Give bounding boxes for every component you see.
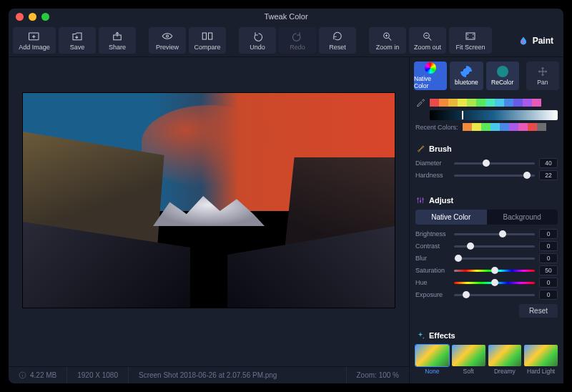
- blur-value[interactable]: 0: [539, 253, 558, 263]
- color-palette: [430, 99, 541, 107]
- contrast-value[interactable]: 0: [539, 241, 558, 251]
- brightness-value[interactable]: 0: [539, 229, 558, 239]
- palette-swatch[interactable]: [513, 99, 523, 107]
- share-button[interactable]: Share: [99, 27, 136, 54]
- paint-title-text: Paint: [533, 36, 553, 46]
- adjust-icon: [415, 195, 425, 205]
- exposure-slider[interactable]: [454, 294, 535, 296]
- redo-button[interactable]: Redo: [279, 27, 316, 54]
- paint-panel-title: Paint: [518, 36, 553, 46]
- adjust-tabs: Native Color Background: [415, 210, 558, 225]
- add-image-label: Add Image: [19, 44, 50, 51]
- recent-swatch[interactable]: [472, 123, 481, 131]
- effect-none[interactable]: None: [415, 345, 449, 375]
- share-label: Share: [109, 44, 126, 51]
- recent-swatch[interactable]: [481, 123, 490, 131]
- zoom-in-button[interactable]: Zoom in: [369, 27, 406, 54]
- palette-swatch[interactable]: [485, 99, 495, 107]
- svg-rect-3: [202, 33, 206, 39]
- tab-background[interactable]: Background: [487, 210, 558, 225]
- recent-swatch[interactable]: [518, 123, 528, 131]
- blur-slider[interactable]: [454, 258, 535, 260]
- close-window-button[interactable]: [16, 13, 24, 21]
- mode-recolor[interactable]: ReColor: [486, 62, 519, 90]
- palette-swatch[interactable]: [439, 99, 448, 107]
- palette-swatch[interactable]: [495, 99, 504, 107]
- shade-gradient-slider[interactable]: [430, 110, 558, 120]
- info-icon: [19, 371, 26, 379]
- mode-pan[interactable]: Pan: [526, 62, 559, 90]
- tab-native-color[interactable]: Native Color: [415, 210, 487, 225]
- brightness-slider[interactable]: [454, 233, 535, 235]
- fit-screen-label: Fit Screen: [455, 44, 485, 51]
- zoom-out-label: Zoom out: [414, 44, 441, 51]
- saturation-slider[interactable]: [454, 270, 535, 272]
- recent-colors-label: Recent Colors:: [415, 124, 458, 131]
- image-canvas[interactable]: [23, 93, 395, 308]
- recent-swatch[interactable]: [500, 123, 509, 131]
- svg-point-12: [422, 199, 423, 200]
- palette-swatch[interactable]: [504, 99, 513, 107]
- pan-icon: [537, 66, 548, 77]
- bluetone-icon: [460, 66, 472, 77]
- fit-screen-button[interactable]: Fit Screen: [449, 27, 492, 54]
- undo-icon: [251, 31, 264, 42]
- recent-swatch[interactable]: [528, 123, 537, 131]
- palette-swatch[interactable]: [532, 99, 541, 107]
- traffic-lights: [9, 13, 49, 21]
- hardness-label: Hardness: [415, 172, 450, 179]
- palette-swatch[interactable]: [476, 99, 485, 107]
- hardness-value[interactable]: 22: [539, 170, 558, 180]
- hardness-slider[interactable]: [454, 175, 535, 177]
- palette-swatch[interactable]: [448, 99, 458, 107]
- eyedropper-icon[interactable]: [415, 97, 425, 107]
- mode-bluetone[interactable]: bluetone: [450, 62, 483, 90]
- svg-rect-4: [209, 33, 212, 39]
- content-split: 4.22 MB 1920 X 1080 Screen Shot 2018-06-…: [9, 57, 563, 383]
- effect-thumbnail: [415, 345, 449, 366]
- saturation-value[interactable]: 50: [539, 265, 558, 275]
- recent-swatch[interactable]: [509, 123, 518, 131]
- palette-swatch[interactable]: [523, 99, 532, 107]
- save-label: Save: [70, 44, 85, 51]
- add-image-icon: [28, 31, 41, 42]
- status-zoom: Zoom: 100 %: [347, 367, 409, 383]
- reset-button[interactable]: Reset: [319, 27, 356, 54]
- redo-label: Redo: [290, 44, 305, 51]
- zoom-out-button[interactable]: Zoom out: [409, 27, 446, 54]
- effect-dreamy[interactable]: Dreamy: [488, 345, 522, 375]
- preview-button[interactable]: Preview: [149, 27, 186, 54]
- recent-swatch[interactable]: [490, 123, 500, 131]
- hue-label: Hue: [415, 279, 450, 286]
- hardness-slider-row: Hardness 22: [415, 170, 558, 180]
- reset-icon: [331, 31, 344, 42]
- diameter-slider[interactable]: [454, 162, 535, 165]
- save-button[interactable]: Save: [59, 27, 96, 54]
- palette-swatch[interactable]: [458, 99, 467, 107]
- adjust-reset-button[interactable]: Reset: [519, 304, 558, 318]
- palette-swatch[interactable]: [467, 99, 476, 107]
- palette-swatch[interactable]: [430, 99, 439, 107]
- contrast-slider[interactable]: [454, 245, 535, 248]
- status-filesize: 4.22 MB: [9, 367, 67, 383]
- zoom-window-button[interactable]: [41, 13, 49, 21]
- effect-soft[interactable]: Soft: [452, 345, 485, 375]
- hue-value[interactable]: 0: [539, 278, 558, 288]
- recent-swatch[interactable]: [537, 123, 546, 131]
- canvas-column: 4.22 MB 1920 X 1080 Screen Shot 2018-06-…: [9, 57, 409, 383]
- compare-button[interactable]: Compare: [189, 27, 226, 54]
- add-image-button[interactable]: Add Image: [13, 27, 56, 54]
- mode-native-color[interactable]: Native Color: [414, 62, 447, 90]
- minimize-window-button[interactable]: [29, 13, 36, 21]
- exposure-value[interactable]: 0: [539, 290, 558, 300]
- canvas-area[interactable]: [9, 57, 409, 366]
- main-toolbar: Add Image Save Share Preview Compare Und…: [9, 24, 563, 57]
- reset-label: Reset: [329, 44, 346, 51]
- effect-hard-light[interactable]: Hard Light: [524, 345, 558, 375]
- hue-slider[interactable]: [454, 282, 535, 284]
- effect-label: Dreamy: [494, 368, 516, 375]
- recent-swatch[interactable]: [463, 123, 472, 131]
- diameter-value[interactable]: 40: [539, 158, 558, 168]
- undo-button[interactable]: Undo: [239, 27, 276, 54]
- zoom-out-icon: [421, 31, 434, 42]
